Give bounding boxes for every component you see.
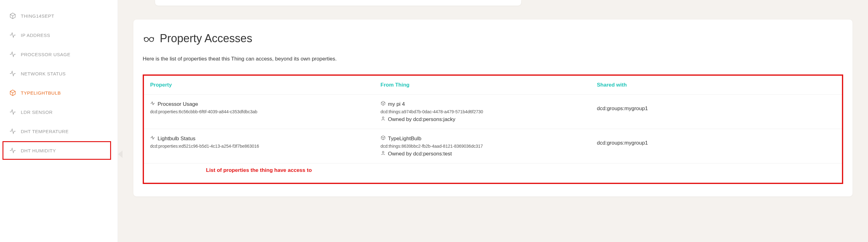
sidebar: THING14SEPT IP ADDRESS PROCESSOR USAGE N… [0,0,118,242]
property-cell: Lightbulb Status dcd:properties:ed521c96… [144,129,374,163]
previous-card-stub [155,0,521,6]
activity-icon [9,147,16,154]
owned-by: Owned by dcd:persons:jacky [388,116,456,123]
activity-icon [9,109,16,115]
property-name: Processor Usage [158,101,198,107]
sidebar-item-label: TYPELIGHTBULB [21,90,61,96]
svg-point-0 [144,37,148,41]
cube-icon [381,101,385,107]
person-icon [381,150,385,157]
cube-icon [9,89,16,96]
person-icon [381,116,385,123]
activity-icon [150,135,155,142]
sidebar-item-label: THING14SEPT [21,13,54,19]
activity-icon [9,70,16,77]
thing-id: dcd:things:8639bbc2-fb2b-4aad-8121-83690… [381,144,585,149]
sidebar-item-label: DHT TEMPERATURE [21,129,68,134]
property-cell: Processor Usage dcd:properties:6c56cbbb-… [144,95,374,129]
table-row: Processor Usage dcd:properties:6c56cbbb-… [144,95,842,129]
activity-icon [9,51,16,58]
sidebar-item-label: IP ADDRESS [21,33,50,38]
shared-with: dcd:groups:mygroup1 [597,105,648,111]
sidebar-item-ldr-sensor[interactable]: LDR SENSOR [0,102,118,122]
table-row: Lightbulb Status dcd:properties:ed521c96… [144,129,842,163]
sidebar-item-label: NETWORK STATUS [21,71,66,76]
sidebar-item-ip-address[interactable]: IP ADDRESS [0,25,118,45]
main-content: Property Accesses Here is the list of pr… [118,0,868,242]
thing-id: dcd:things:a974bd7b-0dac-4478-a479-571b4… [381,109,585,114]
sidebar-item-label: PROCESSOR USAGE [21,52,70,57]
property-id: dcd:properties:ed521c96-b5d1-4c13-a254-f… [150,144,368,149]
annotation-label: List of properties the thing have access… [144,167,842,174]
sidebar-item-network-status[interactable]: NETWORK STATUS [0,64,118,83]
activity-icon [9,128,16,135]
sidebar-item-typelightbulb[interactable]: TYPELIGHTBULB [0,83,118,102]
header-from-thing: From Thing [374,76,591,95]
card-header: Property Accesses [143,32,843,45]
sidebar-item-label: LDR SENSOR [21,110,53,115]
property-accesses-card: Property Accesses Here is the list of pr… [133,20,852,196]
activity-icon [150,101,155,107]
header-shared-with: Shared with [591,76,842,95]
shared-with: dcd:groups:mygroup1 [597,140,648,146]
property-id: dcd:properties:6c56cbbb-6f6f-4039-a844-c… [150,109,368,114]
owned-by: Owned by dcd:persons:test [388,151,452,157]
property-name: Lightbulb Status [158,135,195,142]
cube-icon [381,135,385,142]
sidebar-item-dht-temperature[interactable]: DHT TEMPERATURE [0,122,118,141]
sidebar-item-processor-usage[interactable]: PROCESSOR USAGE [0,45,118,64]
svg-point-1 [150,37,154,41]
shared-with-cell: dcd:groups:mygroup1 [591,95,842,129]
sidebar-item-label: DHT HUMIDITY [21,148,56,153]
glasses-icon [143,32,155,45]
header-property: Property [144,76,374,95]
sidebar-item-thing14sept[interactable]: THING14SEPT [0,6,118,25]
shared-with-cell: dcd:groups:mygroup1 [591,129,842,163]
from-thing-cell: my pi 4 dcd:things:a974bd7b-0dac-4478-a4… [374,95,591,129]
card-title: Property Accesses [160,32,252,45]
from-thing-cell: TypeLightBulb dcd:things:8639bbc2-fb2b-4… [374,129,591,163]
sidebar-item-dht-humidity[interactable]: DHT HUMIDITY [0,141,118,160]
property-accesses-table: Property From Thing Shared with [144,76,842,163]
card-description: Here is the list of properties theat thi… [143,56,843,62]
cube-icon [9,12,16,19]
svg-point-3 [382,151,384,153]
thing-name: my pi 4 [388,101,405,107]
svg-point-2 [382,117,384,119]
activity-icon [9,32,16,38]
annotation-table-highlight: Property From Thing Shared with [143,74,843,184]
thing-name: TypeLightBulb [388,135,422,142]
